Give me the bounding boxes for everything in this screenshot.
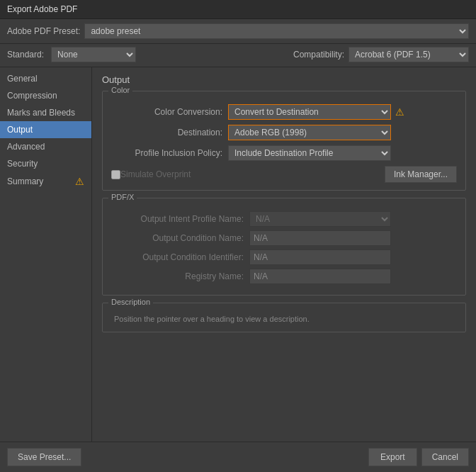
color-conversion-select[interactable]: Convert to Destination [228, 104, 391, 120]
title-bar: Export Adobe PDF [0, 0, 476, 19]
destination-select[interactable]: Adobe RGB (1998) [228, 125, 391, 140]
ink-manager-button[interactable]: Ink Manager... [385, 166, 457, 183]
output-condition-id-label: Output Condition Identifier: [111, 252, 249, 262]
pdfx-group-legend: PDF/X [108, 193, 137, 201]
sidebar-item-output[interactable]: Output [0, 121, 91, 138]
sidebar-item-marks-bleeds[interactable]: Marks and Bleeds [0, 104, 91, 121]
sidebar-item-advanced[interactable]: Advanced [0, 138, 91, 155]
standard-select[interactable]: None [51, 47, 136, 62]
sidebar-item-security[interactable]: Security [0, 155, 91, 172]
standard-bar: Standard: None Compatibility: Acrobat 6 … [0, 44, 476, 67]
sidebar-item-compression[interactable]: Compression [0, 87, 91, 104]
output-intent-row: Output Intent Profile Name: N/A [111, 211, 457, 227]
sidebar-item-summary[interactable]: Summary ⚠ [0, 172, 91, 191]
profile-inclusion-row: Profile Inclusion Policy: Include Destin… [111, 145, 457, 161]
sidebar-item-general[interactable]: General [0, 70, 91, 87]
color-group-legend: Color [108, 86, 132, 94]
color-conversion-label: Color Conversion: [111, 107, 228, 117]
description-text: Position the pointer over a heading to v… [111, 310, 457, 325]
output-condition-name-label: Output Condition Name: [111, 233, 249, 243]
output-intent-select[interactable]: N/A [249, 211, 391, 227]
content-area: Output Color Color Conversion: Convert t… [92, 67, 476, 442]
dialog: Export Adobe PDF Adobe PDF Preset: adobe… [0, 0, 476, 472]
simulate-overprint-checkbox[interactable] [111, 170, 120, 179]
save-preset-button[interactable]: Save Preset... [7, 448, 81, 466]
export-button[interactable]: Export [368, 448, 417, 466]
sidebar: General Compression Marks and Bleeds Out… [0, 67, 92, 442]
pdfx-group: PDF/X Output Intent Profile Name: N/A Ou… [102, 198, 466, 296]
profile-inclusion-label: Profile Inclusion Policy: [111, 148, 228, 158]
destination-row: Destination: Adobe RGB (1998) [111, 125, 457, 140]
registry-name-label: Registry Name: [111, 271, 249, 281]
preset-label: Adobe PDF Preset: [7, 26, 80, 36]
simulate-overprint-row: Simulate Overprint Ink Manager... [111, 166, 457, 183]
standard-label: Standard: [7, 50, 44, 60]
output-intent-label: Output Intent Profile Name: [111, 214, 249, 224]
output-condition-name-row: Output Condition Name: [111, 230, 457, 246]
compatibility-group: Compatibility: Acrobat 6 (PDF 1.5) [293, 47, 469, 62]
main-area: General Compression Marks and Bleeds Out… [0, 67, 476, 442]
preset-select[interactable]: adobe preset [84, 23, 469, 39]
summary-warning-icon: ⚠ [75, 176, 84, 187]
output-condition-name-input[interactable] [249, 230, 391, 246]
registry-name-input[interactable] [249, 269, 391, 284]
section-title: Output [102, 74, 466, 85]
color-conversion-warning-icon: ⚠ [395, 106, 404, 118]
bottom-bar: Save Preset... Export Cancel [0, 442, 476, 472]
profile-inclusion-select[interactable]: Include Destination Profile [228, 145, 391, 161]
cancel-button[interactable]: Cancel [421, 448, 469, 466]
output-condition-id-row: Output Condition Identifier: [111, 249, 457, 265]
simulate-overprint-label: Simulate Overprint [120, 169, 191, 179]
compatibility-select[interactable]: Acrobat 6 (PDF 1.5) [348, 47, 469, 62]
preset-bar: Adobe PDF Preset: adobe preset [0, 19, 476, 44]
compatibility-label: Compatibility: [293, 50, 344, 60]
color-conversion-row: Color Conversion: Convert to Destination… [111, 104, 457, 120]
description-group-legend: Description [108, 298, 153, 306]
destination-label: Destination: [111, 128, 228, 137]
registry-name-row: Registry Name: [111, 269, 457, 284]
color-group: Color Color Conversion: Convert to Desti… [102, 91, 466, 191]
description-group: Description Position the pointer over a … [102, 303, 466, 332]
output-condition-id-input[interactable] [249, 249, 391, 265]
dialog-title: Export Adobe PDF [7, 4, 77, 14]
